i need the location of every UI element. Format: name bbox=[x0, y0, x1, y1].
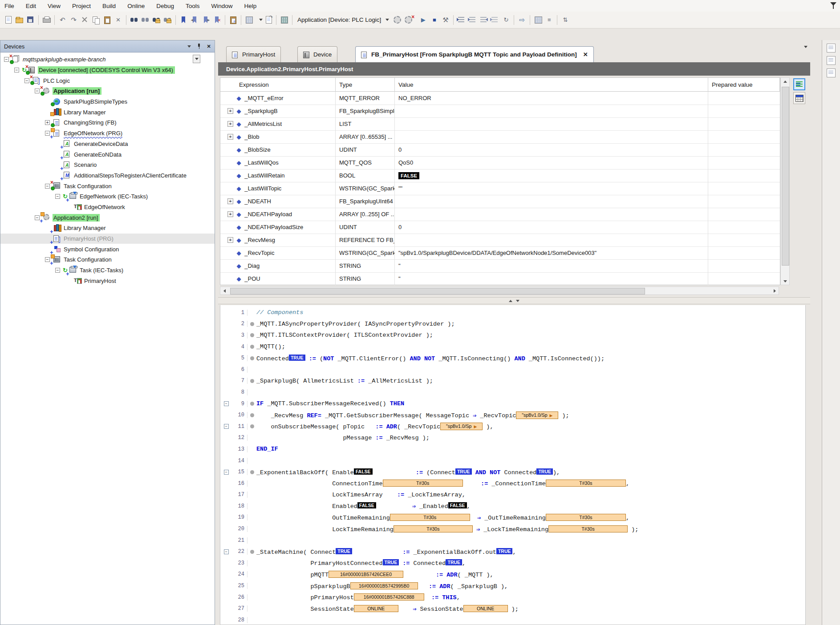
redo-icon[interactable]: ↷ bbox=[69, 15, 78, 24]
menu-window[interactable]: Window bbox=[211, 3, 232, 9]
replace-icon[interactable] bbox=[141, 15, 150, 24]
save-icon[interactable] bbox=[26, 15, 35, 24]
stop-icon[interactable]: ■ bbox=[430, 15, 439, 24]
find-icon[interactable] bbox=[130, 15, 139, 24]
bookmark-next-icon[interactable]: ► bbox=[201, 15, 211, 24]
table-row[interactable]: ◆_LastWillTopicWSTRING(GC_Spark..."" bbox=[220, 182, 780, 195]
breakpoint-gutter[interactable] bbox=[248, 402, 256, 406]
reset-icon[interactable]: ↻ bbox=[501, 15, 511, 24]
tab-device[interactable]: Device bbox=[297, 46, 337, 62]
scroll-up-icon[interactable] bbox=[781, 78, 789, 85]
devices-panel-menu-icon[interactable] bbox=[185, 43, 193, 50]
tree-item[interactable]: A+GenerateDeviceData bbox=[0, 139, 215, 149]
editor-splitter[interactable] bbox=[218, 297, 810, 304]
prepared-value-cell[interactable] bbox=[708, 169, 780, 182]
prepared-value-cell[interactable] bbox=[708, 117, 780, 130]
active-application-selector[interactable]: Application [Device: PLC Logic] bbox=[297, 16, 389, 23]
vertical-scroll-thumb[interactable] bbox=[782, 87, 789, 266]
undo-icon[interactable]: ↶ bbox=[58, 15, 67, 24]
prepared-value-cell[interactable] bbox=[708, 208, 780, 221]
tree-item[interactable]: +ChangingString (FB) bbox=[0, 117, 215, 128]
table-row[interactable]: +◆_BlobARRAY [0..65535] ... bbox=[220, 130, 780, 144]
expand-icon[interactable]: + bbox=[227, 237, 233, 243]
tree-item[interactable]: A+GenerateEoNData bbox=[0, 149, 215, 160]
replace-in-project-icon[interactable] bbox=[163, 15, 172, 24]
properties-icon[interactable] bbox=[827, 56, 836, 65]
tree-expander-icon[interactable]: − bbox=[55, 194, 60, 199]
step-out-icon[interactable] bbox=[479, 15, 488, 24]
fold-collapse-icon[interactable]: − bbox=[224, 424, 229, 429]
tree-expander-icon[interactable]: − bbox=[35, 215, 40, 220]
table-row[interactable]: ◆_LastWillQosMQTT_QOSQoS0 bbox=[220, 156, 780, 169]
scroll-down-icon[interactable] bbox=[781, 278, 789, 285]
table-row[interactable]: +◆_NDEATHPayloadARRAY [0..255] OF ... bbox=[220, 208, 780, 221]
update-device-icon[interactable]: ↷ bbox=[264, 15, 273, 24]
tree-item[interactable]: −↻+Task (IEC-Tasks) bbox=[0, 265, 215, 276]
table-row[interactable]: +◆_AllMetricsListLIST bbox=[220, 117, 780, 131]
prepared-value-cell[interactable] bbox=[708, 195, 780, 208]
menu-online[interactable]: Online bbox=[127, 3, 145, 9]
tree-item[interactable]: A+Scenario bbox=[0, 160, 215, 170]
tree-item[interactable]: +PrimaryHost (PRG) bbox=[0, 234, 215, 244]
breakpoint-gutter[interactable] bbox=[248, 356, 256, 360]
tree-item[interactable]: −×Task Configuration bbox=[0, 181, 215, 191]
breakpoint-gutter[interactable] bbox=[248, 322, 256, 326]
start-icon[interactable]: ▶ bbox=[418, 15, 428, 24]
breakpoint-gutter[interactable] bbox=[248, 550, 256, 554]
menu-file[interactable]: File bbox=[4, 3, 14, 9]
tree-item[interactable]: Library Manager bbox=[0, 107, 215, 117]
delete-icon[interactable]: × bbox=[114, 15, 123, 24]
fold-collapse-icon[interactable]: − bbox=[224, 470, 229, 475]
table-row[interactable]: ◆_NDEATHPayloadSizeUDINT0 bbox=[220, 221, 780, 234]
new-file-icon[interactable] bbox=[4, 15, 13, 24]
table-row[interactable]: ◆_POUSTRING" bbox=[220, 272, 780, 286]
menu-view[interactable]: View bbox=[48, 3, 61, 9]
expand-icon[interactable]: + bbox=[227, 108, 233, 114]
column-header-prepared-value[interactable]: Prepared value bbox=[708, 78, 780, 92]
tree-item[interactable]: −+EdgeOfNetwork (PRG) bbox=[0, 128, 215, 139]
bookmark-clear-icon[interactable]: × bbox=[212, 15, 222, 24]
tree-expander-icon[interactable]: − bbox=[24, 78, 29, 83]
prepared-value-cell[interactable] bbox=[708, 234, 780, 246]
devices-panel-close-icon[interactable]: ✕ bbox=[205, 43, 213, 50]
table-row[interactable]: ◆_BlobSizeUDINT0 bbox=[220, 143, 780, 157]
code-editor[interactable]: 1// Components2_MQTT.IASyncPropertyProvi… bbox=[220, 305, 806, 625]
column-header-expression[interactable]: Expression bbox=[220, 78, 336, 92]
new-device-dropdown-icon[interactable] bbox=[259, 19, 263, 21]
horizontal-scroll-thumb[interactable] bbox=[230, 288, 645, 294]
prepared-value-cell[interactable] bbox=[708, 221, 780, 234]
fold-collapse-icon[interactable]: − bbox=[224, 401, 229, 406]
fold-collapse-icon[interactable]: − bbox=[224, 549, 229, 554]
expand-icon[interactable]: + bbox=[227, 198, 233, 204]
menu-project[interactable]: Project bbox=[72, 3, 91, 9]
misc-tool-icon[interactable]: ⇅ bbox=[560, 15, 570, 24]
breakpoint-gutter[interactable] bbox=[248, 379, 256, 383]
tree-item[interactable]: −×mqttsparkplugb-example-branch bbox=[0, 54, 215, 65]
step-into-icon[interactable] bbox=[468, 15, 477, 24]
build-icon[interactable] bbox=[280, 15, 289, 24]
table-row[interactable]: +◆_SparkplugBFB_SparkplugBSimple bbox=[220, 105, 780, 118]
breakpoint-tools-icon[interactable]: ⚒ bbox=[441, 15, 450, 24]
modules-icon[interactable] bbox=[827, 69, 836, 77]
prepared-value-cell[interactable] bbox=[708, 156, 780, 169]
prepared-value-cell[interactable] bbox=[708, 182, 780, 195]
watch-table-horizontal-scrollbar[interactable] bbox=[220, 286, 779, 295]
tree-item[interactable]: −↻+EdgefNetwork (IEC-Tasks) bbox=[0, 191, 215, 202]
tree-expander-icon[interactable]: − bbox=[4, 57, 9, 62]
watch-table-vertical-scrollbar[interactable] bbox=[780, 77, 790, 285]
prepared-value-cell[interactable] bbox=[708, 143, 780, 156]
breakpoint-gutter[interactable] bbox=[248, 413, 256, 417]
menu-build[interactable]: Build bbox=[102, 3, 116, 9]
table-row[interactable]: ◆_MQTT_eErrorMQTT_ERRORNO_ERROR bbox=[220, 92, 780, 105]
scroll-right-icon[interactable] bbox=[771, 287, 779, 294]
tree-item[interactable]: −×PLC Logic bbox=[0, 75, 215, 86]
copy-icon[interactable] bbox=[91, 15, 101, 24]
table-row[interactable]: ◆_LastWillRetainBOOLFALSE bbox=[220, 169, 780, 182]
run-to-cursor-icon[interactable] bbox=[490, 15, 499, 24]
tree-expander-icon[interactable]: − bbox=[55, 268, 60, 273]
flow-control-icon[interactable] bbox=[533, 15, 543, 24]
tree-item[interactable]: −×Application [run] bbox=[0, 86, 215, 97]
open-file-icon[interactable] bbox=[15, 15, 24, 24]
new-device-icon[interactable] bbox=[244, 15, 254, 24]
prepared-value-cell[interactable] bbox=[708, 246, 780, 259]
